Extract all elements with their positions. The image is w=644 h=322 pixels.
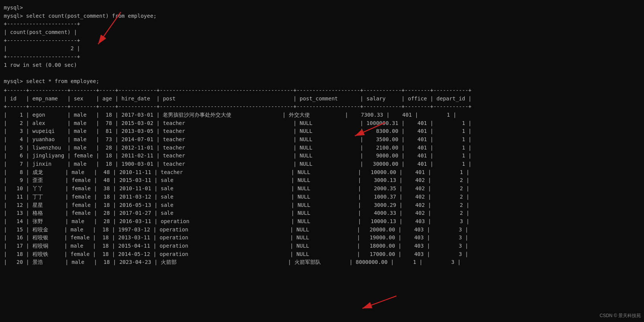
table-top-border: +------+------------+--------+-----+----…	[4, 86, 640, 111]
table-row: | 1 | egon | male | 18 | 2017-03-01 | 老男…	[4, 111, 640, 267]
arrow-annotation-row20	[340, 294, 415, 315]
table-body: | 1 | egon | male | 18 | 2017-03-01 | 老男…	[4, 111, 640, 267]
watermark: CSDN © 景天科技苑	[599, 313, 641, 319]
top-commands: mysql> mysql> select count(post_comment)…	[4, 4, 640, 86]
svg-line-5	[362, 296, 396, 308]
terminal: mysql> mysql> select count(post_comment)…	[0, 0, 644, 270]
